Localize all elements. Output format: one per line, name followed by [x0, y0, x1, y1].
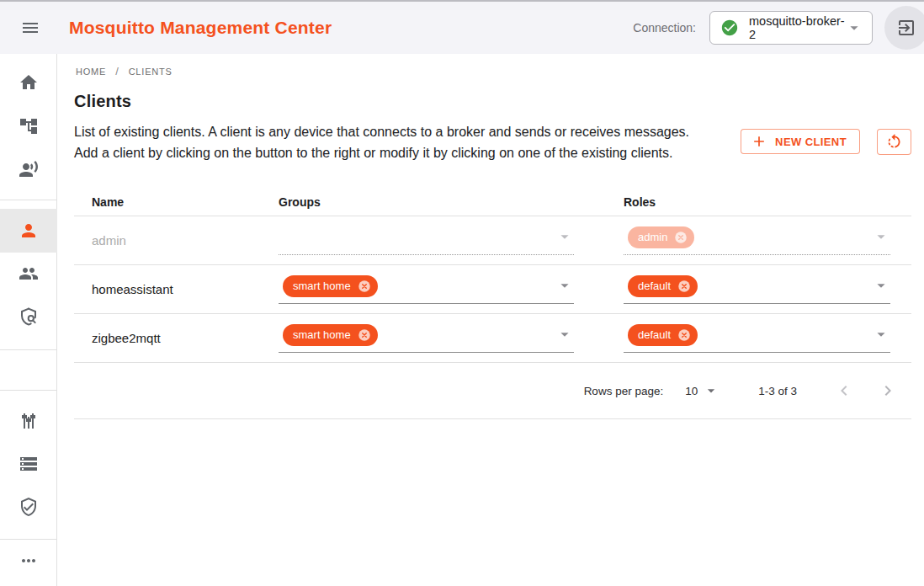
- connection-label: Connection:: [633, 21, 696, 35]
- account-tree-icon: [19, 116, 39, 136]
- chip-label: smart home: [293, 280, 351, 292]
- new-client-label: NEW CLIENT: [775, 136, 847, 148]
- sidebar-divider: [0, 349, 57, 350]
- chevron-down-icon: [555, 227, 574, 246]
- more-horiz-icon: [19, 551, 39, 571]
- plus-icon: [751, 133, 767, 150]
- new-client-button[interactable]: NEW CLIENT: [741, 129, 860, 154]
- groups-select[interactable]: smart home: [279, 324, 574, 353]
- policy-shield-search-icon: [19, 306, 39, 327]
- tune-sliders-icon: [19, 411, 39, 431]
- pagination-range: 1-3 of 3: [758, 385, 797, 397]
- check-circle-icon: [720, 19, 739, 37]
- rows-per-page-label: Rows per page:: [584, 385, 664, 397]
- connection-value: mosquitto-broker-2: [749, 14, 845, 41]
- table-pagination: Rows per page: 10 1-3 of 3: [74, 363, 911, 419]
- table-row[interactable]: zigbee2mqtt smart home default: [74, 314, 911, 363]
- chip-label: default: [638, 328, 671, 341]
- chevron-down-icon: [872, 325, 890, 344]
- column-header-name: Name: [74, 195, 279, 209]
- sidebar-item-home[interactable]: [0, 62, 57, 103]
- rows-per-page-select[interactable]: 10: [685, 382, 720, 399]
- chip-label: default: [638, 280, 671, 292]
- breadcrumb-current: CLIENTS: [129, 67, 173, 77]
- refresh-button[interactable]: [877, 129, 911, 155]
- person-icon: [19, 221, 39, 241]
- groups-select[interactable]: smart home: [279, 275, 574, 304]
- verified-shield-icon: [19, 497, 39, 517]
- sidebar-item-settings[interactable]: [0, 401, 57, 441]
- column-header-groups: Groups: [279, 195, 624, 209]
- client-name: zigbee2mqtt: [92, 331, 161, 345]
- chip-delete-icon[interactable]: [357, 279, 372, 294]
- table-row[interactable]: homeassistant smart home default: [74, 265, 911, 314]
- roles-select[interactable]: default: [624, 275, 890, 304]
- sidebar-item-topic-tree[interactable]: [0, 106, 57, 146]
- chip-delete-icon[interactable]: [357, 328, 372, 343]
- hamburger-icon: [20, 18, 40, 38]
- rows-per-page-value: 10: [685, 385, 698, 397]
- description-row: List of existing clients. A client is an…: [74, 121, 911, 163]
- storage-list-icon: [19, 454, 39, 474]
- breadcrumb: HOME / CLIENTS: [76, 54, 911, 77]
- chevron-down-icon: [872, 276, 890, 295]
- column-header-roles: Roles: [624, 195, 911, 209]
- chip-delete-icon[interactable]: [677, 279, 692, 294]
- sidebar-divider: [0, 200, 57, 200]
- exit-to-app-icon: [896, 18, 916, 38]
- rotate-left-icon: [885, 133, 903, 151]
- chip-delete-icon[interactable]: [677, 328, 692, 343]
- app-title: Mosquitto Management Center: [69, 18, 332, 38]
- chevron-down-icon: [845, 19, 863, 37]
- app-window: Mosquitto Management Center Connection: …: [0, 0, 924, 586]
- chevron-down-icon: [872, 227, 890, 246]
- chevron-down-icon: [555, 325, 574, 344]
- home-icon: [19, 72, 39, 93]
- sidebar-divider: [0, 390, 57, 391]
- previous-page-button[interactable]: [829, 376, 859, 406]
- client-name: admin: [92, 233, 126, 248]
- sidebar-item-clients[interactable]: [0, 210, 57, 251]
- main-content: HOME / CLIENTS Clients List of existing …: [57, 54, 924, 586]
- role-chip: default: [628, 324, 698, 346]
- role-chip: default: [628, 275, 698, 297]
- sidebar-item-security[interactable]: [0, 487, 57, 527]
- page-actions: NEW CLIENT: [741, 129, 911, 163]
- chevron-down-icon: [555, 276, 574, 295]
- people-icon: [19, 264, 39, 284]
- sidebar-item-roles[interactable]: [0, 296, 57, 337]
- chip-label: admin: [638, 231, 667, 243]
- record-voice-icon: [19, 159, 39, 179]
- chip-label: smart home: [293, 328, 351, 341]
- sidebar-item-groups[interactable]: [0, 253, 57, 294]
- menu-button[interactable]: [13, 11, 47, 45]
- chip-delete-icon[interactable]: [673, 230, 688, 245]
- table-row[interactable]: admin admin: [74, 216, 911, 265]
- table-header: Name Groups Roles: [74, 188, 911, 216]
- sidebar-divider: [0, 539, 57, 540]
- roles-select[interactable]: admin: [624, 226, 890, 255]
- page-description: List of existing clients. A client is an…: [74, 121, 704, 163]
- role-chip: admin: [628, 226, 694, 248]
- connection-area: Connection: mosquitto-broker-2: [633, 6, 924, 50]
- breadcrumb-home[interactable]: HOME: [76, 67, 106, 77]
- connection-select[interactable]: mosquitto-broker-2: [709, 11, 873, 45]
- client-name: homeassistant: [92, 282, 173, 296]
- group-chip: smart home: [283, 324, 378, 346]
- roles-select[interactable]: default: [624, 324, 890, 353]
- page-title: Clients: [74, 92, 911, 111]
- clients-table: Name Groups Roles admin admin: [74, 188, 911, 419]
- logout-button[interactable]: [884, 6, 924, 50]
- chevron-right-icon: [878, 381, 898, 401]
- chevron-left-icon: [834, 381, 854, 401]
- sidebar-item-more[interactable]: [0, 541, 57, 581]
- groups-select[interactable]: [279, 226, 574, 255]
- breadcrumb-separator: /: [115, 65, 119, 77]
- next-page-button[interactable]: [873, 376, 903, 406]
- app-header: Mosquitto Management Center Connection: …: [0, 0, 924, 54]
- sidebar-item-streams[interactable]: [0, 444, 57, 484]
- sidebar-item-broadcast-client[interactable]: [0, 149, 57, 189]
- group-chip: smart home: [283, 275, 378, 297]
- sidebar: [0, 54, 57, 586]
- chevron-down-icon: [703, 382, 720, 399]
